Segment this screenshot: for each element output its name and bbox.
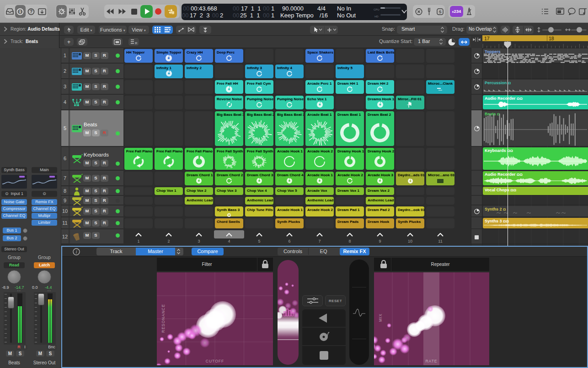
svg-text:R: R <box>135 41 137 45</box>
svg-text:?: ? <box>30 9 32 14</box>
svg-text:i: i <box>76 249 77 254</box>
svg-text:S: S <box>438 10 441 14</box>
svg-text:i: i <box>20 9 21 14</box>
